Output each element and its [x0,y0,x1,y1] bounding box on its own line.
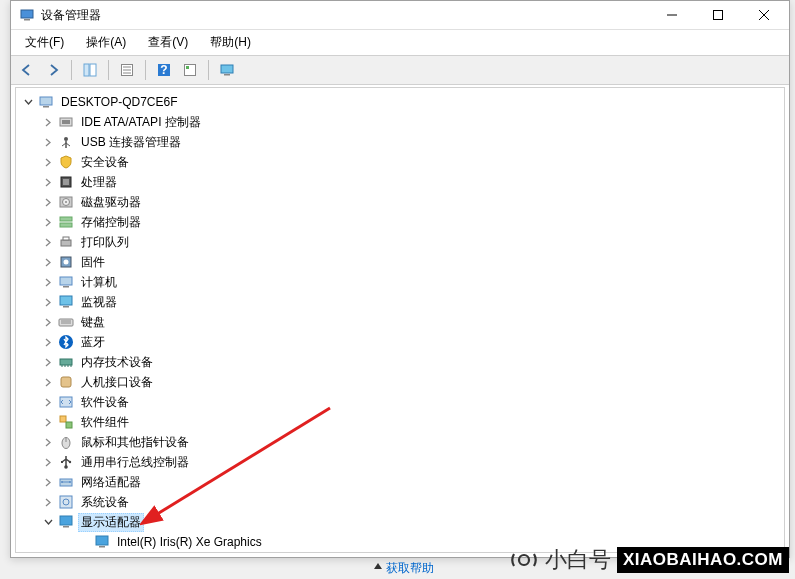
svg-rect-27 [63,179,69,185]
tree-category-usbctrl[interactable]: 通用串行总线控制器 [16,452,784,472]
chevron-right-icon[interactable] [40,434,56,450]
tree-category-network[interactable]: 网络适配器 [16,472,784,492]
refresh-button[interactable] [178,58,202,82]
category-label: 处理器 [78,173,120,192]
chevron-right-icon[interactable] [40,454,56,470]
chevron-right-icon[interactable] [40,314,56,330]
chevron-right-icon[interactable] [40,414,56,430]
svg-point-22 [64,137,68,141]
tree-category-keyboard[interactable]: 键盘 [16,312,784,332]
tree-category-ide[interactable]: IDE ATA/ATAPI 控制器 [16,112,784,132]
help-button[interactable]: ? [152,58,176,82]
menu-file[interactable]: 文件(F) [15,30,74,55]
tree-category-usb[interactable]: USB 连接器管理器 [16,132,784,152]
computer-icon [38,94,54,110]
chevron-right-icon[interactable] [40,274,56,290]
toolbar-separator [208,60,209,80]
scan-hardware-button[interactable] [215,58,239,82]
category-label: 键盘 [78,313,108,332]
chevron-right-icon[interactable] [40,214,56,230]
category-label: 内存技术设备 [78,353,156,372]
tree-category-hid[interactable]: 人机接口设备 [16,372,784,392]
close-button[interactable] [741,1,787,29]
tree-category-swcomp[interactable]: 软件组件 [16,412,784,432]
tree-category-system[interactable]: 系统设备 [16,492,784,512]
chevron-right-icon[interactable] [40,374,56,390]
chevron-right-icon[interactable] [40,254,56,270]
chevron-right-icon[interactable] [40,394,56,410]
category-label: 存储控制器 [78,213,144,232]
tree-category-swdev[interactable]: 软件设备 [16,392,784,412]
chevron-right-icon[interactable] [40,494,56,510]
chevron-down-icon[interactable] [20,94,36,110]
tree-root[interactable]: DESKTOP-QD7CE6F [16,92,784,112]
maximize-button[interactable] [695,1,741,29]
tree-category-display[interactable]: 显示适配器 [16,512,784,532]
category-label: 软件组件 [78,413,132,432]
svg-rect-57 [61,461,63,463]
minimize-button[interactable] [649,1,695,29]
svg-rect-63 [60,496,72,508]
display-icon [94,534,110,550]
chevron-right-icon[interactable] [40,134,56,150]
tree-category-computer[interactable]: 计算机 [16,272,784,292]
tree-category-mouse[interactable]: 鼠标和其他指针设备 [16,432,784,452]
svg-rect-39 [60,296,72,305]
tree-category-disk[interactable]: 磁盘驱动器 [16,192,784,212]
chevron-right-icon[interactable] [40,474,56,490]
svg-text:?: ? [160,63,167,77]
chevron-right-icon[interactable] [40,114,56,130]
titlebar: 设备管理器 [11,1,789,29]
chevron-right-icon[interactable] [40,174,56,190]
tree-category-firmware[interactable]: 固件 [16,252,784,272]
show-hide-tree-button[interactable] [78,58,102,82]
chevron-right-icon[interactable] [40,194,56,210]
svg-rect-37 [60,277,72,285]
usbctrl-icon [58,454,74,470]
tree-category-printqueue[interactable]: 打印队列 [16,232,784,252]
category-label: 计算机 [78,273,120,292]
svg-rect-31 [60,217,72,221]
chevron-right-icon[interactable] [40,334,56,350]
bluetooth-icon [58,334,74,350]
tree-category-cpu[interactable]: 处理器 [16,172,784,192]
svg-rect-52 [60,416,66,422]
tree-category-monitor[interactable]: 监视器 [16,292,784,312]
toolbar: ? [11,55,789,85]
tree-category-storage[interactable]: 存储控制器 [16,212,784,232]
svg-rect-18 [40,97,52,105]
chevron-down-icon[interactable] [40,514,56,530]
svg-rect-6 [84,64,89,76]
category-label: 人机接口设备 [78,373,156,392]
category-label: 打印队列 [78,233,132,252]
category-label: 系统设备 [78,493,132,512]
category-label: 磁盘驱动器 [78,193,144,212]
shield-icon [58,154,74,170]
forward-button[interactable] [41,58,65,82]
get-help-link[interactable]: 获取帮助 [386,560,434,577]
properties-button[interactable] [115,58,139,82]
menu-view[interactable]: 查看(V) [138,30,198,55]
svg-rect-16 [221,65,233,73]
swdev-icon [58,394,74,410]
svg-point-58 [69,461,71,463]
chevron-right-icon[interactable] [40,294,56,310]
svg-rect-66 [63,526,69,528]
tree-category-security[interactable]: 安全设备 [16,152,784,172]
svg-rect-3 [714,11,723,20]
tree-category-bluetooth[interactable]: 蓝牙 [16,332,784,352]
device-tree[interactable]: DESKTOP-QD7CE6FIDE ATA/ATAPI 控制器USB 连接器管… [15,87,785,553]
usb-icon [58,134,74,150]
chevron-right-icon[interactable] [40,354,56,370]
hid-icon [58,374,74,390]
menu-action[interactable]: 操作(A) [76,30,136,55]
chevron-right-icon[interactable] [40,154,56,170]
tree-category-memory[interactable]: 内存技术设备 [16,352,784,372]
brand-domain: XIAOBAIHAO.COM [617,547,789,573]
back-button[interactable] [15,58,39,82]
menu-help[interactable]: 帮助(H) [200,30,261,55]
help-caret-icon [372,561,384,576]
pc-icon [58,274,74,290]
device-manager-window: 设备管理器 文件(F) 操作(A) 查看(V) 帮助(H) ? DESKTOP-… [10,0,790,558]
chevron-right-icon[interactable] [40,234,56,250]
